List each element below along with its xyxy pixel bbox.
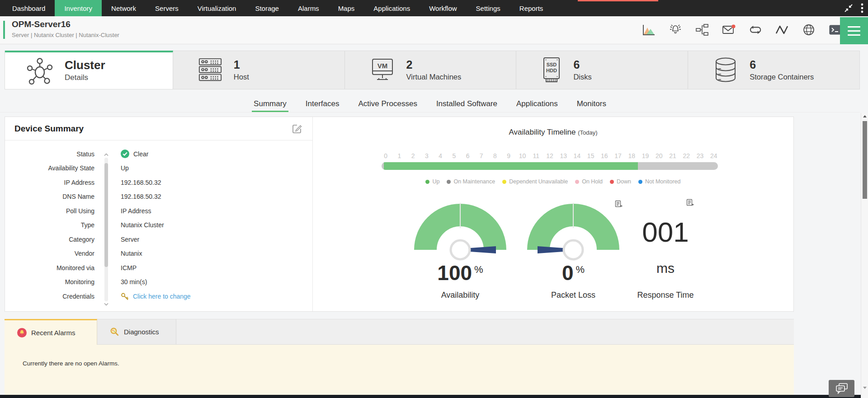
storage-container-icon [712, 57, 739, 83]
timeline-hour-label: 11 [529, 152, 543, 159]
host-icon [198, 57, 223, 83]
key-icon [121, 292, 129, 300]
device-summary-scrollbar[interactable] [104, 153, 108, 306]
timeline-hour-label: 2 [406, 152, 420, 159]
nav-item-workflow[interactable]: Workflow [420, 0, 466, 16]
workflow-map-icon[interactable] [695, 23, 709, 36]
nav-item-inventory[interactable]: Inventory [55, 0, 102, 16]
row-vendor: Vendor Nutanix [5, 247, 312, 261]
row-value: 192.168.50.32 [121, 179, 161, 186]
row-label: Availability State [5, 164, 94, 172]
availability-label: Availability [413, 290, 508, 300]
timeline-hour-label: 12 [543, 152, 557, 159]
row-value: Server [121, 236, 139, 243]
row-value: Nutanix [121, 250, 142, 257]
svg-text:SSD: SSD [547, 62, 557, 67]
chat-feedback-button[interactable] [829, 380, 854, 397]
timeline-hour-label: 3 [420, 152, 434, 159]
scrollbar-up-arrow[interactable] [863, 115, 867, 117]
scrollbar-down-arrow[interactable] [863, 387, 867, 389]
card-count: 6 [573, 59, 591, 70]
nav-item-dashboard[interactable]: Dashboard [3, 0, 55, 16]
packet-loss-label: Packet Loss [526, 290, 621, 300]
tab-installed-software[interactable]: Installed Software [434, 95, 499, 112]
nav-item-network[interactable]: Network [102, 0, 146, 16]
scroll-down-icon[interactable] [104, 303, 108, 306]
nav-item-servers[interactable]: Servers [146, 0, 188, 16]
nav-item-virtualization[interactable]: Virtualization [188, 0, 246, 16]
page-title: OPM-Server16 [12, 19, 71, 29]
tab-interfaces[interactable]: Interfaces [304, 95, 341, 112]
mail-unread-icon[interactable] [722, 23, 736, 36]
scroll-thumb[interactable] [104, 163, 108, 267]
timeline-hour-label: 4 [434, 152, 447, 159]
tab-recent-alarms[interactable]: Recent Alarms [5, 319, 97, 345]
response-time-report-icon[interactable] [686, 199, 695, 207]
hamburger-menu-button[interactable] [840, 17, 868, 44]
scroll-track[interactable] [104, 158, 108, 301]
kebab-menu-icon[interactable] [861, 3, 863, 14]
nav-item-alarms[interactable]: Alarms [288, 0, 329, 16]
tab-active-processes[interactable]: Active Processes [357, 95, 419, 112]
nav-item-reports[interactable]: Reports [510, 0, 553, 16]
recent-alarms-content: Currently there are no open Alarms. [5, 345, 794, 395]
tab-monitors[interactable]: Monitors [575, 95, 608, 112]
card-storage-containers[interactable]: 6 Storage Containers [688, 51, 859, 89]
timeline-hour-label: 10 [515, 152, 529, 159]
card-label: Virtual Machines [406, 73, 462, 81]
card-cluster-details[interactable]: Cluster Details [5, 51, 173, 89]
response-time-unit: ms [620, 262, 711, 275]
edit-icon[interactable] [292, 123, 302, 134]
row-label: Status [5, 150, 94, 158]
row-value: ICMP [121, 264, 137, 272]
card-disks[interactable]: SSD HDD 6 Disks [516, 51, 688, 89]
timeline-hour-label: 5 [447, 152, 461, 159]
card-label: Storage Containers [750, 73, 814, 81]
scroll-up-icon[interactable] [104, 153, 108, 156]
row-value: 192.168.50.32 [121, 193, 161, 200]
status-badge: Clear [133, 150, 148, 158]
card-count: 1 [234, 59, 249, 70]
device-header: OPM-Server16 Server | Nutanix Cluster | … [0, 16, 868, 44]
taskbar-strip [0, 395, 868, 398]
page-scrollbar[interactable] [861, 113, 868, 398]
scrollbar-thumb[interactable] [863, 121, 867, 199]
credentials-change-link[interactable]: Click here to change [133, 293, 191, 300]
nav-item-applications[interactable]: Applications [364, 0, 420, 16]
row-label: Category [5, 236, 94, 243]
timeline-hour-label: 8 [488, 152, 502, 159]
row-value: 30 min(s) [121, 278, 147, 286]
web-globe-icon[interactable] [802, 23, 816, 36]
row-label: Vendor [5, 250, 94, 257]
accent-bar [3, 21, 5, 39]
alarm-bell-icon[interactable] [669, 23, 682, 36]
packet-loss-report-icon[interactable] [615, 200, 623, 208]
timeline-hour-label: 15 [584, 152, 598, 159]
timeline-hour-label: 16 [598, 152, 611, 159]
latency-zigzag-icon[interactable] [775, 23, 789, 36]
disk-icon: SSD HDD [541, 57, 562, 83]
response-time-label: Response Time [620, 290, 711, 300]
device-summary-section: Device Summary Status Clear Availab [5, 117, 313, 311]
tab-applications[interactable]: Applications [514, 95, 560, 112]
card-virtual-machines[interactable]: VM 2 Virtual Machines [345, 51, 517, 89]
nav-item-settings[interactable]: Settings [467, 0, 510, 16]
collapse-fullscreen-icon[interactable] [844, 3, 854, 13]
row-value: Up [121, 164, 129, 172]
row-availability-state: Availability State Up [5, 161, 312, 176]
virtual-machine-icon: VM [369, 58, 396, 82]
tab-summary[interactable]: Summary [252, 95, 288, 112]
nav-item-storage[interactable]: Storage [245, 0, 288, 16]
row-credentials: Credentials Click here to change [5, 289, 312, 304]
dependency-loop-icon[interactable] [749, 23, 762, 36]
performance-chart-icon[interactable] [642, 23, 656, 36]
nav-item-maps[interactable]: Maps [329, 0, 364, 16]
card-host[interactable]: 1 Host [173, 51, 345, 89]
timeline-hour-label: 14 [570, 152, 584, 159]
tab-diagnostics[interactable]: Diagnostics [97, 319, 176, 345]
availability-value: 100% [413, 262, 508, 283]
chat-bubbles-icon [835, 383, 849, 394]
no-alarms-message: Currently there are no open Alarms. [23, 360, 119, 367]
tab-bar-filler [176, 319, 794, 345]
timeline-legend: Up On Maintenance Dependent Unavailable … [313, 178, 793, 185]
